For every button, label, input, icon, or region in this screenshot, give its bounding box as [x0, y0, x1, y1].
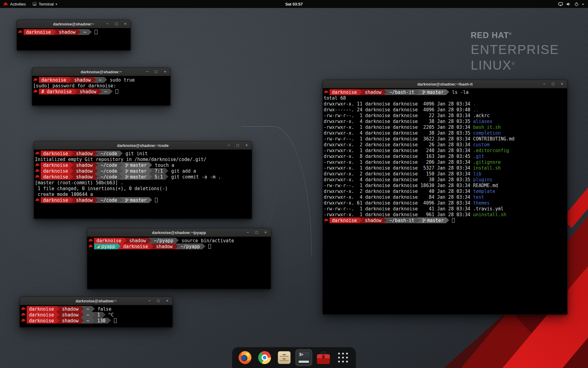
chevron-down-icon: ▾	[582, 2, 584, 6]
close-button[interactable]: ×	[560, 82, 564, 86]
minimize-button[interactable]: −	[145, 69, 150, 74]
powerline-arrow-icon	[359, 217, 362, 223]
terminal-window-sudo[interactable]: darknoise@shadow:~−□×darknoiseshadow~ su…	[32, 67, 171, 106]
minimize-button[interactable]: −	[105, 21, 110, 26]
powerline-arrow-icon	[81, 318, 84, 324]
terminal-text: test	[473, 194, 484, 200]
terminal-cursor	[115, 89, 118, 94]
prompt-segment-host: shadow	[59, 318, 81, 324]
terminal-text: -rwxrwxr-x. 1 darknoise darknoise 240 Ja…	[324, 148, 473, 153]
terminal-text: [sudo] password for darknoise:	[33, 83, 119, 89]
prompt-segment-git: master	[420, 217, 446, 223]
terminal-text: -rwxrwxr-x. 1 darknoise darknoise 5327 J…	[324, 165, 473, 171]
prompt-segment-path: ~/code	[98, 151, 119, 156]
terminal-window-bash-it[interactable]: darknoise@shadow:~/bash-it−□×darknoisesh…	[322, 80, 567, 315]
maximize-button[interactable]: □	[254, 230, 259, 235]
powerline-arrow-icon	[384, 89, 387, 95]
maximize-button[interactable]: □	[551, 82, 556, 86]
window-titlebar[interactable]: darknoise@shadow:~/bash-it−□×	[323, 80, 567, 88]
window-titlebar[interactable]: darknoise@shadow:~−□×	[32, 68, 170, 76]
powerline-arrow-icon	[120, 151, 123, 156]
close-button[interactable]: ×	[123, 21, 128, 26]
window-controls: −□×	[105, 20, 128, 28]
terminal-text: drwxrwxr-x. 4 darknoise darknoise 38 Jan…	[324, 118, 473, 124]
system-status-area[interactable]: ▾	[554, 0, 588, 8]
minimize-button[interactable]: −	[542, 82, 547, 86]
minimize-button[interactable]: −	[147, 298, 152, 303]
close-button[interactable]: ×	[165, 298, 170, 303]
redhat-icon	[88, 244, 93, 248]
powerline-arrow-icon	[92, 306, 95, 312]
prompt-segment-host: shadow	[127, 238, 148, 243]
dock-item-chrome[interactable]	[256, 349, 273, 366]
minimize-button[interactable]: −	[226, 143, 231, 148]
terminal-content[interactable]: darknoiseshadow~/code git initInitialize…	[34, 150, 252, 219]
maximize-button[interactable]: □	[235, 143, 240, 148]
terminal-line: -rwxrwxr-x. 1 darknoise darknoise 240 Ja…	[324, 148, 567, 153]
firefox-icon	[239, 351, 251, 364]
dock-item-app-grid[interactable]	[334, 349, 352, 366]
volume-icon	[566, 2, 571, 6]
activities-button[interactable]: Activities	[0, 0, 29, 8]
powerline-arrow-icon	[53, 29, 56, 35]
close-button[interactable]: ×	[163, 69, 168, 74]
minimize-button[interactable]: −	[245, 230, 250, 235]
window-titlebar[interactable]: darknoise@shadow:~−□×	[20, 297, 172, 305]
dock: $>	[232, 347, 356, 368]
close-button[interactable]: ×	[263, 230, 268, 235]
terminal-window-home-1[interactable]: darknoise@shadow:~−□×darknoiseshadow~	[17, 20, 131, 51]
terminal-window-pyapp[interactable]: darknoise@shadow:~/pyapp−□×darknoiseshad…	[87, 228, 271, 289]
terminal-line: [master (root-commit) 50bcb63] .	[35, 180, 252, 186]
powerline-arrow-icon	[95, 168, 98, 174]
terminal-text: -rwxrwxr-x. 1 darknoise darknoise 206 Ja…	[324, 159, 473, 165]
redhat-icon	[21, 319, 26, 323]
terminal-line: darknoiseshadow~/pyapp source bin/activa…	[88, 238, 271, 243]
terminal-content[interactable]: darknoiseshadow~/bash-itmaster ls -latot…	[323, 88, 567, 314]
terminal-line: drwxrwxr-x. 4 darknoise darknoise 84 Jan…	[324, 194, 567, 200]
window-titlebar[interactable]: darknoise@shadow:~/pyapp−□×	[87, 228, 271, 237]
terminal-content[interactable]: darknoiseshadow~ sudo true[sudo] passwor…	[32, 76, 170, 105]
terminal-text: .editorconfig	[473, 148, 509, 153]
prompt-segment-user: darknoise	[41, 174, 70, 180]
maximize-button[interactable]: □	[156, 298, 161, 303]
redhat-icon	[33, 90, 38, 94]
terminal-content[interactable]: darknoiseshadow~	[17, 28, 130, 50]
prompt-segment-host: shadow	[362, 217, 384, 223]
redhat-icon	[88, 239, 93, 243]
app-menu-terminal[interactable]: Terminal ▾	[29, 0, 60, 8]
dock-item-files[interactable]	[276, 349, 293, 366]
maximize-button[interactable]: □	[114, 21, 119, 26]
windows-layer: darknoise@shadow:~−□×darknoiseshadow~dar…	[0, 0, 588, 368]
terminal-text: drwxrwxr-x. 2 darknoise darknoise 26 Jan…	[324, 142, 473, 148]
prompt-segment-status: 130	[95, 318, 108, 324]
window-title: darknoise@shadow:~/bash-it	[417, 82, 473, 86]
window-titlebar[interactable]: darknoise@shadow:~/code−□×	[34, 141, 252, 150]
powerline-arrow-icon	[92, 312, 95, 318]
window-controls: −□×	[147, 297, 170, 305]
prompt-segment-host: shadow	[74, 151, 95, 156]
terminal-line: darknoiseshadow~1 ^C	[21, 312, 172, 318]
window-titlebar[interactable]: darknoise@shadow:~−□×	[17, 20, 130, 28]
clock[interactable]: Sat 03:57	[285, 2, 303, 6]
prompt-segment-path: ~	[96, 77, 104, 83]
window-controls: −□×	[245, 228, 268, 236]
terminal-cursor	[155, 198, 158, 202]
terminal-window-home-2[interactable]: darknoise@shadow:~−□×darknoiseshadow~ fa…	[20, 297, 173, 328]
terminal-window-code[interactable]: darknoise@shadow:~/code−□×darknoiseshado…	[34, 141, 252, 219]
redhat-logo-icon	[3, 2, 8, 6]
terminal-cursor	[95, 30, 97, 34]
dock-item-toolbox[interactable]	[315, 349, 332, 366]
terminal-content[interactable]: darknoiseshadow~ falsedarknoiseshadow~1 …	[20, 305, 172, 327]
window-title: darknoise@shadow:~/code	[117, 143, 168, 148]
terminal-text: ^C	[106, 312, 114, 318]
dock-item-firefox[interactable]	[236, 349, 254, 366]
maximize-button[interactable]: □	[154, 69, 159, 74]
terminal-icon: $>	[297, 351, 310, 364]
terminal-line: darknoiseshadow~130	[21, 318, 172, 324]
dock-item-terminal[interactable]: $>	[295, 349, 312, 366]
terminal-content[interactable]: darknoiseshadow~/pyapp source bin/activa…	[87, 237, 271, 289]
prompt-segment-git: master	[420, 89, 446, 95]
powerline-arrow-icon	[359, 89, 362, 95]
terminal-text: .	[473, 101, 476, 107]
close-button[interactable]: ×	[244, 143, 249, 148]
